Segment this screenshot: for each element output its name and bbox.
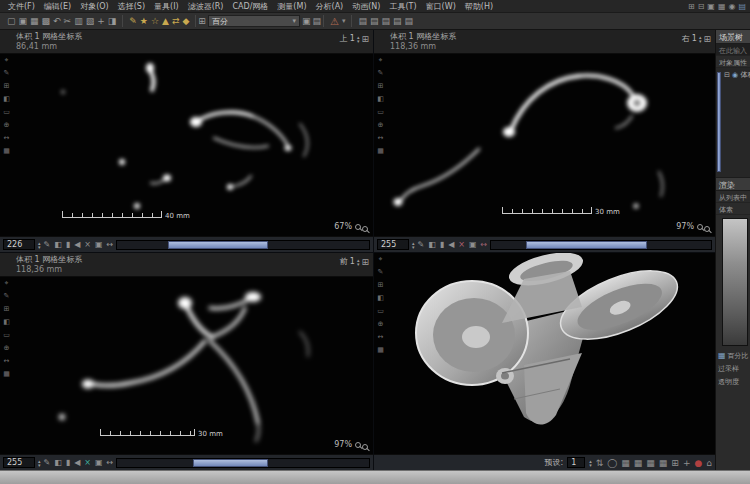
slice-tool-icon[interactable]: ▮ <box>440 238 444 252</box>
voxel-row[interactable]: 体素 <box>716 203 750 215</box>
slice-tool-icon[interactable]: ▮ <box>66 456 70 470</box>
render-tool-icon[interactable]: ⇅ <box>596 456 604 470</box>
viewport-tool-icon[interactable]: ✎ <box>4 69 10 77</box>
viewport-tool-icon[interactable]: ↔ <box>4 134 10 142</box>
layout-grid-icon[interactable]: ⊞ <box>361 257 369 267</box>
viewport-tool-icon[interactable]: ↔ <box>4 357 10 365</box>
viewport-tool-icon[interactable]: ▦ <box>377 147 384 155</box>
axis-stepper[interactable]: ▴▾ <box>357 258 360 266</box>
render-tool-icon[interactable]: ▦ <box>659 456 668 470</box>
toolbar-icon[interactable]: ▩ <box>42 14 51 29</box>
scene-tree[interactable]: ⊟ ◉ 体积 1 <box>716 68 750 178</box>
zoom-in-icon[interactable] <box>355 224 361 230</box>
toolbar-icon[interactable]: ☆ <box>151 14 159 29</box>
tree-expander-icon[interactable]: ⊟ <box>724 71 730 79</box>
slice-tool-icon[interactable]: ▣ <box>469 238 477 252</box>
menubar-tool-icon[interactable]: ▦ <box>718 2 726 11</box>
tab-scene-tree[interactable]: 场景树 <box>716 30 750 44</box>
menu-animation[interactable]: 动画(N) <box>348 1 384 12</box>
menu-tools[interactable]: 工具(T) <box>385 1 420 12</box>
menubar-tool-icon[interactable]: ◉ <box>728 2 735 11</box>
viewport-tool-icon[interactable]: ▦ <box>3 370 10 378</box>
viewport-tool-icon[interactable]: ◧ <box>3 95 10 103</box>
viewport-tool-icon[interactable]: ▦ <box>3 147 10 155</box>
slice-tool-icon[interactable]: ◧ <box>54 456 62 470</box>
menu-help[interactable]: 帮助(H) <box>461 1 497 12</box>
slice-tool-icon[interactable]: ▮ <box>66 238 70 252</box>
slice-canvas[interactable]: ⌖✎⊞◧▭⊕↔▦ <box>0 277 373 454</box>
viewport-tool-icon[interactable]: ✎ <box>378 268 384 276</box>
preset-stepper[interactable]: ▴▾ <box>589 459 592 467</box>
zoom-out-icon[interactable] <box>362 444 368 450</box>
layout-icon[interactable]: ▣ <box>302 16 311 26</box>
slice-tool-icon[interactable]: ▣ <box>95 456 103 470</box>
chevron-down-icon[interactable]: ▾ <box>342 14 346 29</box>
menu-window[interactable]: 窗口(W) <box>422 1 460 12</box>
render-section-header[interactable]: 渲染 <box>716 178 750 191</box>
layout-grid-icon[interactable]: ⊞ <box>361 34 369 44</box>
slider-thumb[interactable] <box>168 241 269 249</box>
menu-edit[interactable]: 编辑(E) <box>40 1 75 12</box>
menubar-tool-icon[interactable]: ⊟ <box>698 2 705 11</box>
viewport-tool-icon[interactable]: ⌖ <box>5 279 9 287</box>
slice-tool-icon[interactable]: ✎ <box>44 238 51 252</box>
viewport-tool-icon[interactable]: ▭ <box>3 331 10 339</box>
viewport-tool-icon[interactable]: ↔ <box>378 134 384 142</box>
viewport-tool-icon[interactable]: ⊞ <box>378 281 384 289</box>
viewport-tool-icon[interactable]: ⊞ <box>4 305 10 313</box>
slice-tool-icon[interactable]: ◀ <box>74 456 80 470</box>
slice-stepper[interactable]: ▴▾ <box>412 241 415 249</box>
viewport-tool-icon[interactable]: ▭ <box>377 108 384 116</box>
tree-item-volume[interactable]: ⊟ ◉ 体积 1 <box>724 70 748 80</box>
slice-slider[interactable] <box>116 458 370 468</box>
viewport-tool-icon[interactable]: ⊕ <box>378 320 384 328</box>
render-canvas[interactable]: ⌖✎⊞◧▭⊕↔▦ <box>374 253 715 454</box>
menubar-tool-icon[interactable]: ▣ <box>707 2 715 11</box>
object-properties-label[interactable]: 对象属性 <box>716 56 750 68</box>
axis-stepper[interactable]: ▴▾ <box>357 35 360 43</box>
viewport-tool-icon[interactable]: ▭ <box>3 108 10 116</box>
viewport-tool-icon[interactable]: ✎ <box>4 292 10 300</box>
slice-canvas[interactable]: ⌖✎⊞◧▭⊕↔▦ <box>0 54 373 236</box>
slider-thumb[interactable] <box>193 459 269 467</box>
render-tool-icon[interactable]: ⌂ <box>706 456 712 470</box>
slice-tool-icon[interactable]: ↔ <box>107 238 114 252</box>
slice-tool-icon[interactable]: ✎ <box>418 238 425 252</box>
zoom-out-icon[interactable] <box>362 226 368 232</box>
viewport-tool-icon[interactable]: ✎ <box>378 69 384 77</box>
zoom-out-icon[interactable] <box>704 226 710 232</box>
preset-number-input[interactable]: 1 <box>567 457 585 468</box>
zoom-in-icon[interactable] <box>697 224 703 230</box>
toolbar-icon[interactable]: ▤ <box>393 14 402 29</box>
slice-slider[interactable] <box>116 240 370 250</box>
slice-canvas[interactable]: ⌖✎⊞◧▭⊕↔▦ <box>374 54 715 236</box>
menubar-tool-icon[interactable]: ⊞ <box>688 2 695 11</box>
menu-cad-mesh[interactable]: CAD/网格 <box>228 1 272 12</box>
toolbar-icon[interactable]: ▤ <box>404 14 413 29</box>
layout-grid-icon[interactable]: ⊞ <box>703 34 711 44</box>
slice-tool-icon[interactable]: × <box>84 238 91 252</box>
toolbar-icon[interactable]: ↶ <box>53 14 61 29</box>
slice-slider[interactable] <box>490 240 712 250</box>
toolbar-icon[interactable]: ⇄ <box>172 14 180 29</box>
slice-tool-icon[interactable]: × <box>458 238 465 252</box>
slice-tool-icon[interactable]: ✎ <box>44 456 51 470</box>
slice-tool-icon[interactable]: ↔ <box>107 456 114 470</box>
slice-number-input[interactable]: 255 <box>3 457 35 468</box>
view-preset-dropdown[interactable]: 百分 ▾ <box>208 15 300 27</box>
toolbar-icon[interactable]: ▲ <box>162 14 169 29</box>
panel-scrollbar[interactable] <box>717 72 721 172</box>
menu-instruments[interactable]: 量具(I) <box>150 1 183 12</box>
render-tool-icon[interactable]: ▦ <box>621 456 630 470</box>
menu-object[interactable]: 对象(O) <box>76 1 113 12</box>
slice-number-input[interactable]: 226 <box>3 239 35 250</box>
render-tool-icon[interactable]: ⊞ <box>671 456 679 470</box>
viewport-tool-icon[interactable]: ⊕ <box>378 121 384 129</box>
slice-tool-icon[interactable]: ▣ <box>95 238 103 252</box>
percent-row[interactable]: ▦ 百分比 <box>716 349 750 362</box>
viewport-tool-icon[interactable]: ◧ <box>377 294 384 302</box>
menu-filter[interactable]: 滤波器(R) <box>184 1 228 12</box>
toolbar-icon[interactable]: ✎ <box>129 14 137 29</box>
slice-tool-icon[interactable]: ◧ <box>54 238 62 252</box>
toolbar-icon[interactable]: ◨ <box>108 14 117 29</box>
